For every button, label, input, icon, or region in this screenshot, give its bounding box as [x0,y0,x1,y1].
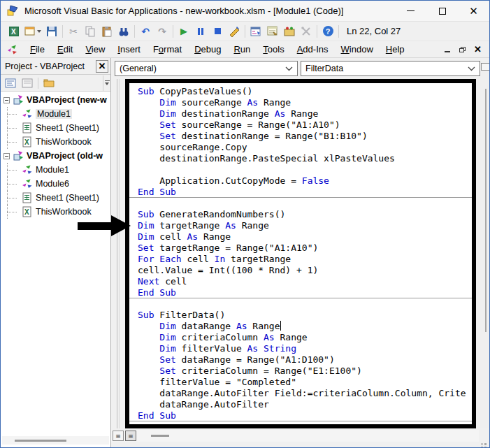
code-line[interactable]: For Each cell In targetRange [129,254,472,265]
code-hscrollbar[interactable]: ≡ ≡ [111,430,479,442]
view-excel-button[interactable]: X [6,24,22,39]
design-mode-button[interactable] [226,24,243,39]
code-line[interactable]: Sub GenerateRandomNumbers() [129,209,472,220]
toolbar-separator [338,25,339,38]
cut-button[interactable]: ✂ [65,24,82,39]
svg-text:X: X [11,28,16,36]
break-button[interactable] [192,24,209,39]
code-line[interactable]: Dim destinationRange As Range [129,108,472,120]
tree-item-sheet1sheet1[interactable]: Sheet1 (Sheet1) [1,191,110,205]
properties-window-icon [267,26,278,37]
menu-debug[interactable]: Debug [188,42,227,57]
code-line[interactable]: Set targetRange = Range("A1:A10") [129,243,472,254]
excel-icon: X [8,26,20,37]
view-object-button[interactable] [20,76,35,90]
copy-button[interactable] [82,24,99,39]
tree-item-module1[interactable]: Module1 [1,163,110,177]
menu-format[interactable]: Format [147,42,188,57]
code-line[interactable]: Dim criteriaColumn As Range [129,332,472,343]
menu-file[interactable]: File [24,42,51,57]
tree-item-thisworkbook[interactable]: XThisWorkbook [1,135,110,149]
mdi-restore-button[interactable] [456,44,468,55]
code-line[interactable]: filterValue = "Completed" [129,377,472,388]
code-line[interactable]: Dim dataRange As Range [129,321,472,332]
code-line[interactable]: Sub FilterData() [129,310,472,321]
tree-project-row[interactable]: VBAProject (new-w [1,93,110,107]
scrollbar-thumb[interactable] [481,63,490,71]
menu-addins[interactable]: Add-Ins [291,42,335,57]
tree-project-row[interactable]: VBAProject (old-w [1,149,110,163]
redo-button[interactable]: ↷ [154,24,171,39]
code-line[interactable] [129,298,472,310]
code-line[interactable]: sourceRange.Copy [129,142,472,153]
run-button[interactable]: ▶ [175,24,192,39]
code-line[interactable]: End Sub [129,287,472,298]
tree-item-sheet1sheet1[interactable]: Sheet1 (Sheet1) [1,121,110,135]
properties-window-button[interactable] [264,24,281,39]
code-editor[interactable]: Sub CopyPasteValues() Dim sourceRange As… [125,79,476,428]
menu-tools[interactable]: Tools [257,42,290,57]
toolbox-button[interactable] [298,24,315,39]
save-button[interactable] [43,24,60,39]
close-button[interactable]: ✕ [458,1,489,21]
menu-view[interactable]: View [79,42,111,57]
reset-button[interactable] [209,24,226,39]
code-line[interactable]: Next cell [129,276,472,287]
insert-object-button[interactable] [22,24,43,39]
menu-edit[interactable]: Edit [51,42,79,57]
code-line[interactable]: Application.CutCopyMode = False [129,175,472,187]
undo-button[interactable]: ↶ [137,24,154,39]
tree-collapse-icon[interactable] [3,153,10,159]
maximize-button[interactable] [426,1,458,21]
tree-item-module6[interactable]: Module6 [1,177,110,191]
scrollbar-thumb[interactable] [15,440,66,442]
code-line[interactable]: Sub CopyPasteValues() [129,86,472,97]
menu-run[interactable]: Run [227,42,257,57]
code-line[interactable]: cell.Value = Int((100 * Rnd) + 1) [129,265,472,276]
code-line[interactable]: Dim cell As Range [129,231,472,243]
resize-grip[interactable] [484,443,487,445]
procedure-dropdown[interactable]: FilterData [301,61,480,76]
mdi-window-controls: ✕ [441,44,489,55]
find-button[interactable] [115,24,132,39]
code-line[interactable] [129,164,472,175]
tree-collapse-icon[interactable] [3,97,10,103]
redo-icon: ↷ [158,27,166,36]
menu-window[interactable]: Window [335,42,380,57]
code-line[interactable]: End Sub [129,187,472,198]
code-line[interactable]: End Sub [129,410,472,421]
scrollbar-track-line [485,89,487,332]
code-line[interactable]: Set destinationRange = Range("B1:B10") [129,131,472,142]
code-line[interactable]: dataRange.AutoFilter Field:=criteriaColu… [129,388,472,399]
scrollbar-thumb[interactable] [151,435,169,437]
code-line[interactable]: Set sourceRange = Range("A1:A10") [129,120,472,131]
code-line[interactable]: Dim targetRange As Range [129,220,472,231]
code-line[interactable]: Dim filterValue As String [129,343,472,354]
code-vscrollbar[interactable] [480,61,490,428]
menu-insert[interactable]: Insert [111,42,147,57]
toggle-folders-button[interactable] [41,76,57,90]
view-code-button[interactable] [3,76,18,90]
project-tree-hscrollbar[interactable] [2,436,109,445]
project-panel-close-button[interactable]: ✕ [96,60,108,73]
mdi-minimize-button[interactable] [441,44,453,55]
minimize-button[interactable] [395,1,426,21]
menu-help[interactable]: Help [380,42,411,57]
help-button[interactable]: ? [319,24,336,39]
code-line[interactable]: Dim sourceRange As Range [129,97,472,108]
object-dropdown[interactable]: (General) [115,61,298,76]
paste-button[interactable] [99,24,115,39]
project-panel-toolbar [1,75,110,92]
code-line[interactable]: dataRange.AutoFilter [129,399,472,410]
mdi-close-button[interactable]: ✕ [472,44,484,55]
code-line[interactable] [129,198,472,209]
code-line[interactable]: destinationRange.PasteSpecial xlPasteVal… [129,153,472,164]
panel-toolbar-overflow-button[interactable] [103,75,110,91]
full-module-view-button[interactable]: ≡ [125,431,136,441]
project-explorer-button[interactable] [247,24,264,39]
code-line[interactable]: Set criteriaColumn = Range("E1:E100") [129,366,472,377]
procedure-view-button[interactable]: ≡ [113,431,124,441]
code-line[interactable]: Set dataRange = Range("A1:D100") [129,354,472,366]
object-browser-button[interactable] [281,24,298,39]
tree-item-module1[interactable]: Module1 [1,107,110,121]
